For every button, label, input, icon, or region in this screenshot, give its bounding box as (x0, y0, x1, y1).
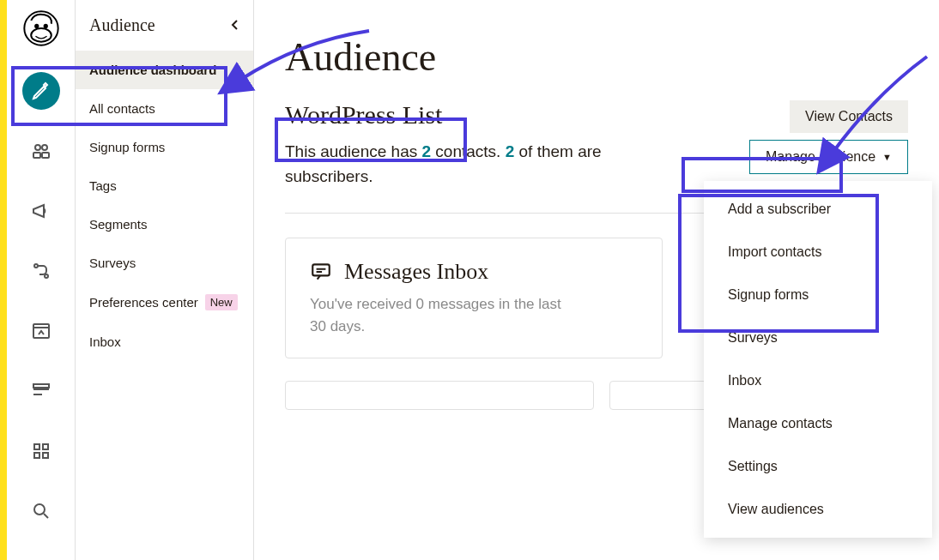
svg-rect-6 (33, 153, 40, 158)
sidebar-item-inbox[interactable]: Inbox (76, 322, 253, 361)
sidebar-item-label: Surveys (89, 256, 136, 270)
svg-rect-14 (34, 453, 39, 458)
layout-icon (31, 381, 51, 401)
desc-text: contacts. (431, 142, 506, 160)
website-icon (31, 321, 51, 341)
svg-point-8 (34, 264, 38, 268)
messages-inbox-card[interactable]: Messages Inbox You've received 0 message… (285, 238, 663, 358)
svg-rect-12 (34, 444, 39, 449)
search-icon (31, 501, 51, 521)
svg-rect-13 (43, 444, 48, 449)
audience-description: This audience has 2 contacts. 2 of them … (285, 140, 663, 189)
sidebar-item-label: All contacts (89, 101, 155, 116)
svg-point-16 (34, 504, 45, 515)
audience-actions: View Contacts Manage Audience ▼ Add a su… (749, 100, 908, 174)
dropdown-inbox[interactable]: Inbox (704, 359, 932, 402)
dropdown-view-audiences[interactable]: View audiences (704, 488, 932, 531)
sidebar-item-tags[interactable]: Tags (76, 166, 253, 205)
dropdown-import-contacts[interactable]: Import contacts (704, 231, 932, 274)
rail-website[interactable] (22, 312, 60, 350)
sidebar-item-label: Preferences center (89, 295, 198, 310)
sidebar-item-label: Inbox (89, 334, 121, 349)
rail-integrations[interactable] (22, 432, 60, 470)
svg-rect-7 (42, 153, 49, 158)
card-placeholder[interactable] (285, 381, 594, 410)
contacts-count: 2 (422, 142, 432, 160)
megaphone-icon (31, 201, 51, 221)
sidebar-item-signup-forms[interactable]: Signup forms (76, 128, 253, 166)
rail-automations[interactable] (22, 252, 60, 290)
journey-icon (31, 261, 51, 281)
dropdown-signup-forms[interactable]: Signup forms (704, 274, 932, 316)
chevron-down-icon: ▼ (882, 152, 892, 162)
sub-sidebar-list: Audience dashboard All contacts Signup f… (76, 51, 253, 361)
freddie-icon (23, 10, 59, 46)
svg-rect-15 (43, 453, 48, 458)
page-title: Audience (285, 34, 908, 80)
rail-campaigns[interactable] (22, 192, 60, 230)
pencil-icon (31, 81, 51, 101)
dropdown-label: Import contacts (728, 244, 821, 259)
rail-audience[interactable] (22, 132, 60, 170)
accent-bar (0, 0, 7, 560)
svg-point-4 (35, 145, 40, 150)
sidebar-item-label: Audience dashboard (89, 63, 216, 77)
dropdown-label: Signup forms (728, 287, 809, 302)
svg-rect-11 (33, 384, 49, 388)
svg-rect-17 (312, 264, 330, 275)
svg-point-1 (31, 28, 51, 42)
grid-icon (31, 441, 51, 461)
sidebar-item-label: Segments (89, 217, 148, 232)
sidebar-item-all-contacts[interactable]: All contacts (76, 89, 253, 128)
sub-sidebar-header[interactable]: Audience (76, 0, 253, 51)
dropdown-label: Add a subscriber (728, 202, 831, 216)
brand-logo[interactable] (23, 10, 59, 50)
sidebar-item-surveys[interactable]: Surveys (76, 244, 253, 282)
subscribers-count: 2 (506, 142, 515, 160)
desc-text: This audience has (285, 142, 422, 160)
view-contacts-button[interactable]: View Contacts (790, 100, 908, 133)
dropdown-label: Surveys (728, 330, 778, 345)
button-label: Manage Audience (766, 149, 875, 165)
dropdown-label: View audiences (728, 502, 824, 516)
rail-content[interactable] (22, 372, 60, 410)
button-label: View Contacts (805, 109, 893, 123)
sub-sidebar-title: Audience (89, 15, 155, 35)
chat-icon (310, 261, 332, 283)
dropdown-settings[interactable]: Settings (704, 445, 932, 488)
dropdown-label: Inbox (728, 373, 761, 388)
inbox-title: Messages Inbox (344, 259, 488, 285)
svg-point-9 (45, 274, 48, 278)
dropdown-add-subscriber[interactable]: Add a subscriber (704, 188, 932, 231)
sidebar-item-preferences[interactable]: Preferences center New (76, 282, 253, 322)
dropdown-surveys[interactable]: Surveys (704, 316, 932, 359)
manage-audience-button[interactable]: Manage Audience ▼ (749, 140, 908, 174)
rail-search[interactable] (22, 492, 60, 530)
rail-create[interactable] (22, 72, 60, 110)
sidebar-item-label: Signup forms (89, 140, 165, 154)
manage-audience-dropdown: Add a subscriber Import contacts Signup … (704, 181, 932, 538)
sidebar-item-segments[interactable]: Segments (76, 205, 253, 244)
icon-rail (7, 0, 76, 560)
svg-point-5 (42, 145, 47, 150)
sidebar-item-dashboard[interactable]: Audience dashboard (76, 51, 253, 89)
dropdown-label: Settings (728, 459, 778, 473)
sidebar-item-label: Tags (89, 178, 117, 193)
sub-sidebar: Audience Audience dashboard All contacts… (76, 0, 254, 560)
svg-point-3 (43, 24, 47, 28)
audience-list-name: WordPress List (285, 100, 663, 129)
dropdown-manage-contacts[interactable]: Manage contacts (704, 402, 932, 445)
main-content: Audience WordPress List This audience ha… (254, 0, 939, 560)
dropdown-label: Manage contacts (728, 416, 833, 431)
new-badge: New (205, 294, 238, 310)
people-icon (31, 141, 51, 161)
svg-point-2 (34, 24, 39, 28)
inbox-subtitle: You've received 0 messages in the last 3… (310, 293, 576, 337)
chevron-left-icon (231, 15, 239, 35)
